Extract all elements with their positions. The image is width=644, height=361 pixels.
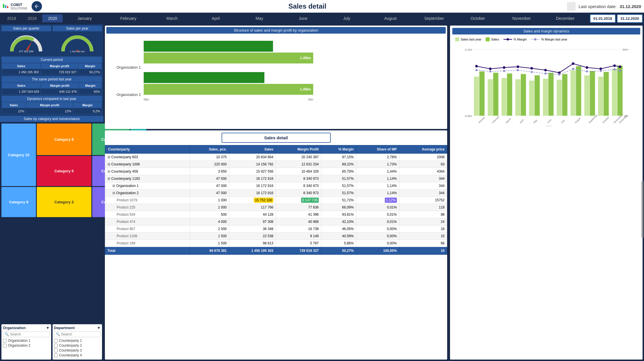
date-end[interactable]: 31.12.2020 — [617, 14, 643, 23]
month-tab-april[interactable]: April — [194, 14, 238, 23]
row-sales: 15 752 100 — [229, 197, 276, 204]
svg-rect-22 — [548, 73, 553, 116]
org-checkbox-2[interactable] — [3, 344, 7, 348]
expand-icon[interactable]: ⊞ — [107, 169, 110, 173]
org2-bars: 1.45bn — [144, 72, 446, 95]
dept-checkbox-2[interactable] — [54, 344, 58, 348]
month-tab-february[interactable]: February — [107, 14, 150, 23]
col-header-sales: Sales — [2, 63, 41, 69]
month-tab-september[interactable]: September — [412, 14, 456, 23]
row-sales: 15 927 556 — [229, 168, 276, 175]
expand-icon[interactable]: ⊞ — [107, 155, 110, 159]
left-panel: Sales per quarter 377 422 006 Sales per … — [0, 24, 103, 361]
last-year-header: The same period last year — [1, 76, 102, 82]
logo: COBIT SOLUTIONS — [3, 3, 27, 10]
row-share-mp: 1,14% — [356, 175, 399, 182]
row-share-mp: 1,14% — [356, 182, 399, 190]
month-tab-november[interactable]: November — [500, 14, 543, 23]
row-share-mp: 1,12% — [356, 197, 399, 204]
chevron-down-icon[interactable]: ▼ — [46, 326, 50, 330]
dyn-margin-profit: 12% — [26, 108, 73, 114]
org-filter-item-1[interactable]: Organization 1 — [3, 339, 50, 343]
dept-filter-item-2[interactable]: Counterparty 2 — [54, 343, 101, 348]
legend-pct-margin-ly-label: % Margin last year — [541, 38, 567, 41]
logo-line1: COBIT — [11, 3, 27, 7]
org-checkbox-1[interactable] — [3, 339, 7, 343]
table-row: ⊞ Counterparty 603 10 375 20 834 864 20 … — [105, 154, 447, 161]
dept-filter-item-1[interactable]: Counterparty 1 — [54, 339, 101, 343]
svg-rect-23 — [557, 80, 562, 116]
treemap-cell-cat2[interactable]: Category 2 — [37, 187, 91, 217]
scrollbar-thumb[interactable] — [641, 181, 644, 238]
expand-icon[interactable]: ⊞ — [107, 177, 110, 181]
svg-point-38 — [544, 69, 547, 72]
svg-text:July: July — [560, 119, 565, 124]
treemap-title: Sales by category and nomenclature — [0, 116, 103, 122]
search-icon: 🔍 — [5, 332, 9, 336]
treemap-cell-cat10[interactable]: Category 10 — [1, 123, 36, 186]
dept-checkbox-4[interactable] — [54, 354, 58, 357]
sales-per-quarter-box: Sales per quarter 377 422 006 — [1, 26, 51, 55]
svg-point-3 — [507, 38, 509, 40]
svg-rect-32 — [617, 66, 622, 116]
year-tab-2019[interactable]: 2019 — [22, 14, 42, 22]
month-tab-june[interactable]: June — [281, 14, 325, 23]
expand-icon[interactable]: ⊞ — [107, 162, 110, 166]
treemap-cell-cat8[interactable]: Category 8 — [37, 123, 91, 155]
dept-chevron-icon[interactable]: ▼ — [97, 326, 101, 330]
dept-checkbox-1[interactable] — [54, 339, 58, 343]
org-search-box[interactable]: 🔍 — [3, 331, 50, 337]
svg-text:May: May — [533, 119, 538, 124]
date-start[interactable]: 01.01.2018 — [590, 14, 616, 23]
table-row: Product 907 2 000 36 348 16 738 46,05% 0… — [105, 225, 447, 233]
dept-filter-title: Department ▼ — [54, 326, 101, 330]
month-tab-december[interactable]: December — [543, 14, 587, 23]
row-pct-margin: 97,15% — [321, 154, 356, 161]
ly-sales: 1 297 024 629 — [2, 89, 41, 95]
svg-text:2020: 2020 — [546, 125, 552, 126]
month-tab-august[interactable]: August — [369, 14, 412, 23]
col-header-margin: Margin — [78, 63, 102, 69]
current-period-row: 1 450 195 303 729 019 327 50,27% — [2, 69, 102, 75]
row-sales-pcs: 225 000 — [190, 161, 229, 168]
year-tab-2020[interactable]: 2020 — [42, 14, 63, 22]
dept-search-icon: 🔍 — [56, 332, 60, 336]
month-tab-march[interactable]: March — [150, 14, 194, 23]
detail-table-header: Counterparty Sales, pcs. Sales Margin Pr… — [105, 145, 447, 154]
row-share-mp: 1,14% — [356, 190, 399, 197]
line-chart-svg: 0,1bn 0,0bn 50% 0% — [452, 43, 640, 126]
row-avg-price: 15752 — [399, 197, 447, 204]
detail-table-wrapper[interactable]: Counterparty Sales, pcs. Sales Margin Pr… — [105, 145, 447, 357]
expand-icon[interactable]: ⊞ — [112, 184, 115, 188]
org-filter-item-2[interactable]: Organization 2 — [3, 343, 50, 348]
month-tab-may[interactable]: May — [238, 14, 281, 23]
row-sales: 16 172 916 — [229, 175, 276, 182]
treemap-cell-cat5[interactable]: Category 5 — [37, 156, 91, 186]
svg-point-53 — [586, 70, 588, 72]
dept-filter-item-3[interactable]: Counterparty 3 — [54, 348, 101, 352]
month-tab-january[interactable]: January — [63, 14, 106, 23]
org-search-input[interactable] — [10, 332, 48, 336]
sales-per-year-box: Sales per year 1 450 195 303 — [53, 26, 102, 55]
bar-axis: 0bn 1bn — [144, 98, 313, 101]
current-period-table: Sales Margin profit Margin 1 450 195 303… — [1, 63, 102, 75]
dept-filter-item-4[interactable]: Counterparty 4 — [54, 353, 101, 357]
table-row: ⊞ Organization 1 47 000 16 172 916 8 340… — [105, 182, 447, 190]
dept-search-input[interactable] — [61, 332, 99, 336]
org1-bar-light: 1.45bn — [144, 53, 313, 63]
year-tab-2018[interactable]: 2018 — [1, 14, 22, 22]
sales-detail-section: Sales detail Counterparty Sales, pcs. Sa… — [105, 130, 447, 360]
dynamics-row: 12% 12% 0,2% — [2, 108, 102, 114]
expand-icon[interactable]: ⊞ — [112, 191, 115, 195]
table-row: ⊞ Counterparty 1006 225 000 14 156 792 1… — [105, 161, 447, 168]
row-sales: 16 172 916 — [229, 190, 276, 197]
treemap-cell-cat9[interactable]: Category 9 — [1, 187, 36, 217]
dept-checkbox-3[interactable] — [54, 349, 58, 352]
row-share-mp: 1,73% — [356, 161, 399, 168]
line-chart-section: Sales and margin dynamics Sales last yea… — [450, 26, 643, 360]
dept-search-box[interactable]: 🔍 — [54, 331, 101, 337]
month-tab-july[interactable]: July — [325, 14, 369, 23]
table-row: ⊞ Organization 2 47 000 16 172 916 8 340… — [105, 190, 447, 197]
month-tab-october[interactable]: October — [456, 14, 500, 23]
back-button[interactable] — [32, 1, 42, 11]
